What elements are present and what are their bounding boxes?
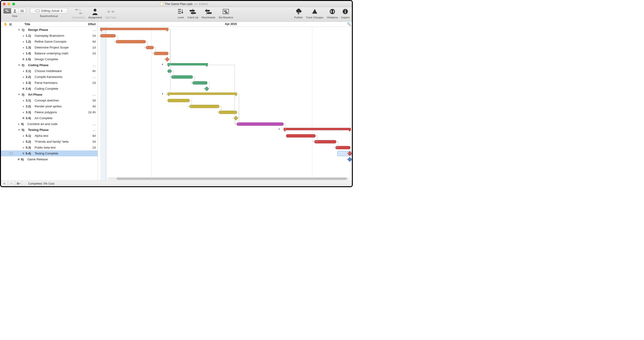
task-row[interactable]: ●3.1) Concept sketches3d [1,98,98,103]
gantt-task-bar[interactable] [192,81,208,85]
group-toggle-icon[interactable]: ▼ [161,93,164,95]
gantt-task-bar[interactable] [336,146,350,149]
horizontal-scrollbar[interactable] [107,177,349,180]
gantt-task-bar[interactable] [168,99,190,102]
gantt-milestone[interactable] [234,116,238,121]
task-row[interactable]: ▼3) Art Phase… [1,92,98,98]
task-title: Testing Phase [28,128,48,132]
gantt-task-bar[interactable] [171,75,193,79]
action-menu-button[interactable]: ✻▾ [15,181,22,186]
view-calendar-button[interactable] [18,8,26,14]
baseline-actual-select[interactable]: Editing: Actual ▲▼ [30,8,68,14]
task-row[interactable]: 1.5) Design Complete [1,56,98,62]
task-title: Fleece polygons [34,110,57,114]
gantt-timeline-header[interactable]: Apr 2015 🔍 [98,22,352,27]
level-tool[interactable]: Level [177,8,184,19]
gantt-milestone[interactable] [348,157,352,162]
task-row[interactable]: ●1.3) Determine Project Scope1d [1,45,98,50]
catch-up-tool[interactable]: Catch Up [188,8,198,19]
gantt-milestone[interactable] [165,57,170,62]
task-number: 2.1) [26,69,31,73]
set-baseline-tool[interactable]: Set Baseline [218,8,233,19]
view-gantt-button[interactable] [3,8,11,14]
disclosure-triangle-icon[interactable]: ▼ [18,93,20,96]
gantt-body[interactable]: ▼▼▼ [98,27,352,181]
reschedule-tool[interactable]: Reschedule [202,8,215,19]
close-window-button[interactable] [3,3,6,6]
hand-icon[interactable]: ✋ [4,22,7,26]
task-row[interactable]: ●1.2) Refine Game Concepts4d [1,39,98,45]
violations-tool[interactable]: Violations [327,8,338,19]
task-row[interactable]: 6) Game Release [1,156,98,162]
task-row[interactable]: ●5.1) Alpha test4d [1,133,98,139]
task-row[interactable]: ●5.3) Public beta test2d [1,145,98,150]
gantt-task-bar[interactable] [286,134,316,138]
task-row[interactable]: ●2.2) Compile frameworks… [1,74,98,80]
gantt-milestone[interactable] [204,86,209,91]
task-row[interactable]: ▼2) Coding Phase… [1,62,98,68]
group-toggle-icon[interactable]: ▼ [161,63,164,66]
add-task-button[interactable]: ＋ [1,181,8,186]
gantt-task-bar[interactable] [189,105,220,108]
gantt-task-bar[interactable] [219,111,237,114]
task-row[interactable]: ●3.2) Render pixel sprites4d [1,103,98,109]
task-effort: 4d [84,40,98,43]
task-row[interactable]: 2.4) Coding Complete [1,86,98,92]
svg-rect-14 [191,12,196,14]
svg-rect-9 [79,13,82,14]
gantt-summary-bar[interactable] [168,93,237,95]
minimize-window-button[interactable] [8,3,10,6]
task-row[interactable]: ●2.3) Parse framistans2d [1,80,98,86]
column-effort[interactable]: Effort [84,23,98,26]
task-title: Parse framistans [34,81,58,85]
gantt-task-bar[interactable] [100,34,116,38]
note-indicator-icon[interactable] [10,152,13,155]
gantt-task-bar[interactable] [314,140,336,143]
stepper-carets-icon: ▲▼ [61,10,62,12]
svg-rect-12 [112,11,114,13]
remove-task-button[interactable]: － [8,181,15,186]
task-row[interactable]: ▼1) Design Phase… [1,27,98,33]
publish-tool[interactable]: Publish [294,8,303,19]
document-name: The Game Plan.oplx [165,2,193,6]
assignment-tool[interactable]: Assignment [88,8,102,19]
track-changes-tool[interactable]: Track Changes [306,8,324,19]
task-row[interactable]: ●1.4) Balance underlying math2d [1,50,98,56]
group-toggle-icon[interactable]: ▼ [278,128,280,130]
task-row[interactable]: ●2.1) Choose middleware4h [1,68,98,74]
zoom-window-button[interactable] [12,3,15,6]
bullet-icon: ● [22,34,24,38]
task-row[interactable]: ●5.2) “Friends and family” beta3d [1,139,98,145]
gantt-task-bar[interactable] [168,70,172,73]
gantt-summary-bar[interactable] [168,63,208,66]
gantt-task-bar[interactable] [146,46,154,49]
task-row[interactable]: ●3.3) Fleece polygons2d 4h [1,109,98,115]
svg-rect-8 [75,9,78,10]
task-number: 2) [22,63,24,67]
disclosure-triangle-icon[interactable]: ▼ [18,29,20,31]
gantt-summary-bar[interactable] [100,28,168,30]
note-column-icon[interactable]: ▤ [9,23,12,26]
task-row[interactable]: 5.4) Testing Complete [1,150,98,156]
document-title: The Game Plan.oplx — Edited [18,2,350,6]
task-row[interactable]: ▼5) Testing Phase… [1,127,98,133]
disclosure-triangle-icon[interactable]: ▼ [18,64,20,66]
column-title[interactable]: Title [14,23,84,26]
task-number: 3.3) [26,110,31,114]
task-title: Alpha test [34,134,48,138]
task-row[interactable]: ●4) Combine art and code… [1,121,98,127]
inspect-tool[interactable]: Inspect [341,8,350,19]
baseline-label: Baseline/Actual [40,15,58,18]
gantt-task-bar[interactable] [154,52,168,55]
task-row[interactable]: ●1.1) Gameplay Brainstorm2d [1,33,98,39]
task-row[interactable]: 3.4) Art Complete [1,115,98,121]
svg-rect-1 [6,11,9,12]
task-title: Game Release [27,158,48,161]
view-resource-button[interactable] [11,8,18,14]
gantt-summary-bar[interactable] [284,128,351,130]
disclosure-triangle-icon[interactable]: ▼ [18,129,20,131]
gantt-task-bar[interactable] [236,122,284,126]
magnifier-icon[interactable]: 🔍 [347,22,351,26]
gantt-chart[interactable]: Apr 2015 🔍 ▼▼▼ [98,22,352,181]
gantt-task-bar[interactable] [116,40,146,43]
